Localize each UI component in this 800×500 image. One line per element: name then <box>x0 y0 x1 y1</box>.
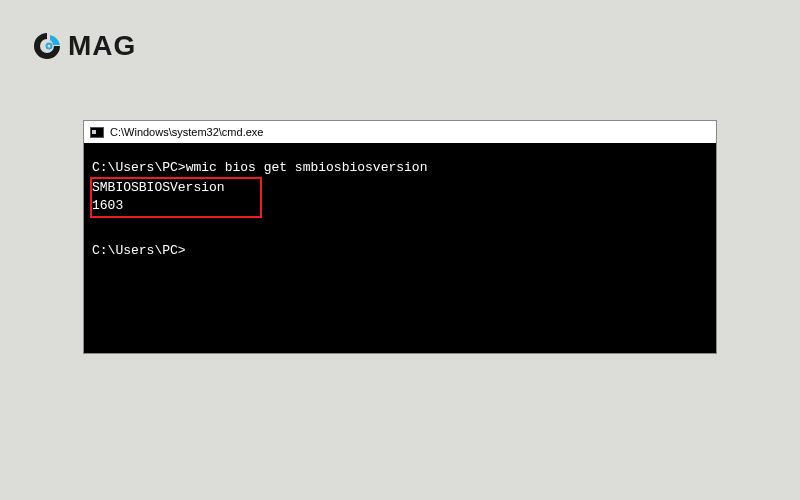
brand-logo: MAG <box>32 30 136 62</box>
cmd-icon <box>90 127 104 138</box>
command-text: wmic bios get smbiosbiosversion <box>186 160 428 175</box>
output-header: SMBIOSBIOSVersion <box>92 180 225 195</box>
svg-point-1 <box>48 45 51 48</box>
window-titlebar[interactable]: C:\Windows\system32\cmd.exe <box>84 121 716 143</box>
logo-text: MAG <box>68 30 136 62</box>
prompt-path-2: C:\Users\PC> <box>92 243 186 258</box>
logo-icon <box>32 31 62 61</box>
cmd-window: C:\Windows\system32\cmd.exe C:\Users\PC>… <box>83 120 717 354</box>
output-value: 1603 <box>92 198 123 213</box>
window-title: C:\Windows\system32\cmd.exe <box>110 126 263 138</box>
output-highlight: SMBIOSBIOSVersion 1603 <box>90 177 262 217</box>
terminal-output[interactable]: C:\Users\PC>wmic bios get smbiosbiosvers… <box>84 143 716 353</box>
prompt-path: C:\Users\PC> <box>92 160 186 175</box>
